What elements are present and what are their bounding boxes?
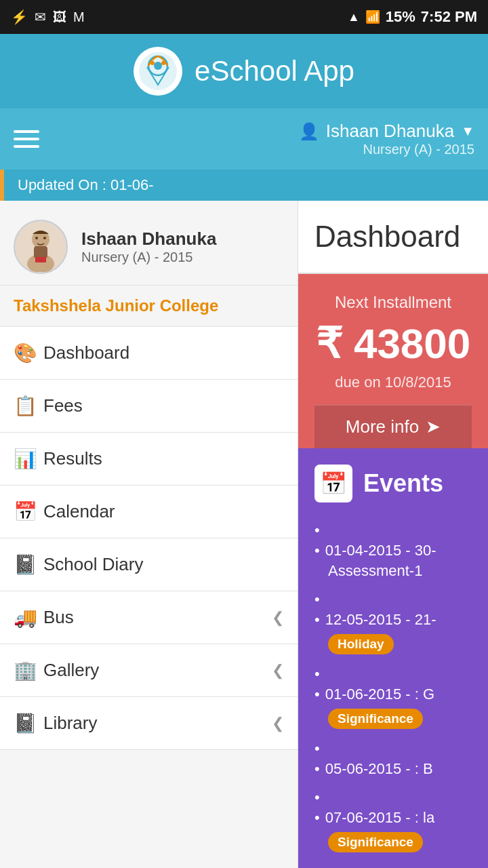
email-icon: ✉: [35, 9, 46, 25]
list-item: • 01-04-2015 - 30- Assessment-1: [314, 516, 472, 585]
app-title: eSchool App: [195, 55, 354, 87]
sidebar-item-label: Library: [43, 713, 272, 734]
significance-badge: Significance: [328, 832, 423, 852]
dashboard-title: Dashboard: [314, 220, 472, 254]
school-diary-icon: 📓: [14, 553, 43, 576]
sidebar-item-gallery[interactable]: 🏢 Gallery ❮: [0, 644, 298, 697]
hamburger-menu[interactable]: [14, 130, 39, 148]
update-text: Updated On : 01-06-: [18, 176, 154, 194]
sidebar-item-label: School Diary: [43, 554, 284, 575]
status-icons-right: ▲ 📶 15% 7:52 PM: [348, 8, 477, 26]
bullet: •: [314, 542, 320, 559]
svg-point-10: [35, 237, 38, 239]
sidebar-item-library[interactable]: 📓 Library ❮: [0, 697, 298, 750]
sidebar-item-label: Fees: [43, 395, 284, 416]
fee-due: due on 10/8/2015: [314, 374, 472, 391]
nav-user-class: Nursery (A) - 2015: [363, 142, 475, 157]
more-info-button[interactable]: More info ➤: [314, 405, 472, 448]
fee-label: Next Installment: [314, 293, 472, 312]
school-name: Takshshela Junior College: [0, 285, 298, 327]
results-icon: 📊: [14, 448, 43, 470]
bus-icon: 🚚: [14, 606, 43, 629]
profile-name: Ishaan Dhanuka: [81, 229, 216, 250]
nav-user-name: Ishaan Dhanuka: [326, 121, 454, 142]
list-item: • 07-06-2015 - : la Significance: [314, 783, 472, 858]
svg-rect-9: [35, 257, 46, 262]
sidebar-item-dashboard[interactable]: 🎨 Dashboard: [0, 327, 298, 380]
bullet: •: [314, 760, 320, 778]
svg-rect-8: [34, 246, 47, 258]
sidebar-item-label: Dashboard: [43, 342, 284, 363]
events-header: 📅 Events: [314, 465, 472, 502]
user-info[interactable]: 👤 Ishaan Dhanuka ▼ Nursery (A) - 2015: [299, 121, 474, 157]
sidebar-item-label: Calendar: [43, 501, 284, 522]
gmail-icon: M: [73, 9, 85, 25]
events-calendar-icon: 📅: [314, 465, 352, 502]
fee-amount: ₹ 43800: [314, 319, 472, 368]
list-item: • 05-06-2015 - : B: [314, 734, 472, 783]
events-list: • 01-04-2015 - 30- Assessment-1 • 12-05-…: [314, 516, 472, 858]
avatar: [14, 220, 68, 274]
image-icon: 🖼: [53, 9, 66, 25]
events-title: Events: [363, 469, 443, 498]
sidebar-item-school-diary[interactable]: 📓 School Diary: [0, 538, 298, 591]
right-panel: Dashboard Next Installment ₹ 43800 due o…: [298, 201, 488, 868]
bullet: •: [314, 611, 320, 629]
events-card: 📅 Events • 01-04-2015 - 30- Assessment-1…: [298, 448, 488, 868]
svg-point-3: [150, 61, 155, 65]
sidebar-item-bus[interactable]: 🚚 Bus ❮: [0, 591, 298, 644]
battery-text: 15%: [386, 8, 415, 26]
bullet: •: [314, 686, 320, 703]
holiday-badge: Holiday: [328, 634, 394, 654]
svg-point-11: [43, 237, 46, 239]
more-info-label: More info: [346, 416, 419, 437]
arrow-icon: ❮: [272, 609, 284, 627]
arrow-right-icon: ➤: [426, 416, 441, 437]
user-icon: 👤: [299, 122, 319, 141]
usb-icon: ⚡: [11, 9, 28, 25]
sidebar-item-label: Gallery: [43, 660, 272, 681]
bullet: •: [314, 809, 320, 827]
wifi-icon: ▲: [348, 10, 360, 24]
dropdown-icon: ▼: [461, 123, 474, 139]
significance-badge: Significance: [328, 709, 423, 729]
sidebar-item-label: Bus: [43, 607, 272, 628]
calendar-icon: 📅: [14, 500, 43, 523]
list-item: • 01-06-2015 - : G Significance: [314, 660, 472, 734]
svg-point-4: [161, 61, 165, 65]
profile-section: Ishaan Dhanuka Nursery (A) - 2015: [0, 201, 298, 285]
list-item: • 12-05-2015 - 21- Holiday: [314, 585, 472, 660]
dashboard-header: Dashboard: [298, 201, 488, 274]
sidebar-item-results[interactable]: 📊 Results: [0, 433, 298, 486]
sidebar: Ishaan Dhanuka Nursery (A) - 2015 Takshs…: [0, 201, 298, 868]
sidebar-item-fees[interactable]: 📋 Fees: [0, 380, 298, 433]
profile-class: Nursery (A) - 2015: [81, 250, 216, 265]
main-layout: Ishaan Dhanuka Nursery (A) - 2015 Takshs…: [0, 201, 488, 868]
update-banner: Updated On : 01-06-: [0, 170, 488, 201]
fees-icon: 📋: [14, 395, 43, 417]
fee-card: Next Installment ₹ 43800 due on 10/8/201…: [298, 274, 488, 448]
status-icons-left: ⚡ ✉ 🖼 M: [11, 9, 85, 25]
status-bar: ⚡ ✉ 🖼 M ▲ 📶 15% 7:52 PM: [0, 0, 488, 34]
app-header: eSchool App: [0, 34, 488, 108]
sidebar-item-label: Results: [43, 448, 284, 469]
sidebar-item-calendar[interactable]: 📅 Calendar: [0, 486, 298, 538]
arrow-icon: ❮: [272, 715, 284, 732]
app-logo: [134, 47, 182, 96]
signal-icon: 📶: [365, 9, 380, 24]
gallery-icon: 🏢: [14, 659, 43, 682]
library-icon: 📓: [14, 712, 43, 734]
svg-point-2: [154, 62, 162, 70]
arrow-icon: ❮: [272, 662, 284, 679]
nav-bar: 👤 Ishaan Dhanuka ▼ Nursery (A) - 2015: [0, 108, 488, 170]
dashboard-icon: 🎨: [14, 342, 43, 364]
profile-text: Ishaan Dhanuka Nursery (A) - 2015: [81, 229, 216, 265]
time-display: 7:52 PM: [421, 8, 477, 26]
